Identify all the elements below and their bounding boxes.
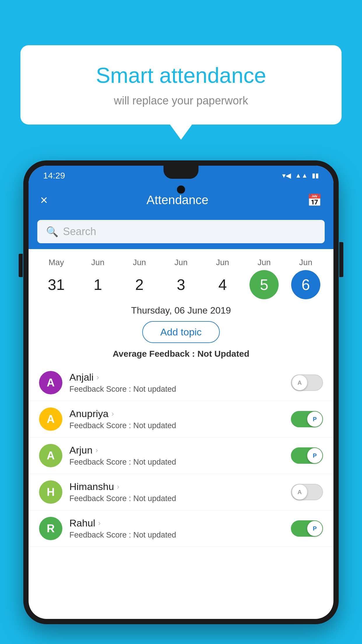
wifi-icon: ▾◀ [282, 172, 291, 180]
battery-icon: ▮▮ [312, 172, 319, 179]
phone-frame: 14:29 ▾◀ ▲▲ ▮▮ × Attendance 📅 🔍 Search [23, 160, 339, 624]
avatar: A [39, 371, 62, 394]
status-bar: 14:29 ▾◀ ▲▲ ▮▮ [29, 166, 333, 186]
chevron-right-icon: › [111, 409, 114, 418]
student-name: Arjun [69, 444, 92, 456]
attendance-toggle[interactable]: A [291, 484, 323, 500]
signal-icon: ▲▲ [295, 172, 308, 179]
status-icons: ▾◀ ▲▲ ▮▮ [282, 172, 319, 180]
chevron-right-icon: › [96, 373, 99, 382]
student-name: Anjali [69, 372, 94, 383]
student-item[interactable]: AAnjali ›Feedback Score : Not updatedA [29, 365, 333, 401]
calendar-day[interactable]: May31 [37, 258, 75, 299]
speech-bubble: Smart attendance will replace your paper… [20, 45, 342, 125]
calendar-day[interactable]: Jun5 [245, 258, 283, 299]
calendar-day[interactable]: Jun1 [79, 258, 117, 299]
student-list: AAnjali ›Feedback Score : Not updatedAAA… [29, 365, 333, 547]
calendar-day[interactable]: Jun2 [120, 258, 158, 299]
avatar: R [39, 517, 62, 540]
search-bar[interactable]: 🔍 Search [37, 220, 325, 243]
student-item[interactable]: AArjun ›Feedback Score : Not updatedP [29, 438, 333, 474]
phone-wrapper: 14:29 ▾◀ ▲▲ ▮▮ × Attendance 📅 🔍 Search [23, 160, 339, 644]
selected-date: Thursday, 06 June 2019 [29, 302, 333, 321]
notch [164, 166, 198, 179]
calendar-day[interactable]: Jun3 [162, 258, 200, 299]
attendance-toggle[interactable]: P [291, 411, 323, 427]
student-name: Rahul [69, 517, 95, 529]
chevron-right-icon: › [117, 482, 120, 491]
avg-feedback: Average Feedback : Not Updated [29, 349, 333, 359]
app-title: Attendance [147, 193, 209, 207]
avatar: A [39, 407, 62, 431]
student-name: Himanshu [69, 481, 114, 492]
speech-bubble-wrapper: Smart attendance will replace your paper… [20, 45, 342, 125]
attendance-toggle[interactable]: P [291, 447, 323, 464]
calendar-day[interactable]: Jun6 [287, 258, 325, 299]
student-item[interactable]: RRahul ›Feedback Score : Not updatedP [29, 510, 333, 547]
student-name: Anupriya [69, 408, 108, 419]
add-topic-button[interactable]: Add topic [142, 321, 220, 343]
attendance-toggle[interactable]: P [291, 520, 323, 537]
search-icon: 🔍 [46, 226, 58, 237]
phone-screen: 14:29 ▾◀ ▲▲ ▮▮ × Attendance 📅 🔍 Search [29, 166, 333, 619]
avatar: H [39, 480, 62, 504]
calendar-strip: May31Jun1Jun2Jun3Jun4Jun5Jun6 [29, 249, 333, 302]
bubble-title: Smart attendance [44, 63, 318, 89]
calendar-icon[interactable]: 📅 [307, 193, 322, 207]
status-time: 14:29 [43, 171, 65, 181]
search-bar-wrapper: 🔍 Search [29, 215, 333, 249]
close-button[interactable]: × [40, 193, 48, 207]
chevron-right-icon: › [95, 446, 98, 455]
calendar-day[interactable]: Jun4 [204, 258, 242, 299]
student-item[interactable]: AAnupriya ›Feedback Score : Not updatedP [29, 401, 333, 438]
student-item[interactable]: HHimanshu ›Feedback Score : Not updatedA [29, 474, 333, 510]
attendance-toggle[interactable]: A [291, 374, 323, 391]
avatar: A [39, 444, 62, 467]
search-placeholder: Search [63, 225, 96, 238]
front-camera [177, 186, 185, 194]
bubble-subtitle: will replace your paperwork [44, 94, 318, 107]
chevron-right-icon: › [98, 519, 101, 528]
